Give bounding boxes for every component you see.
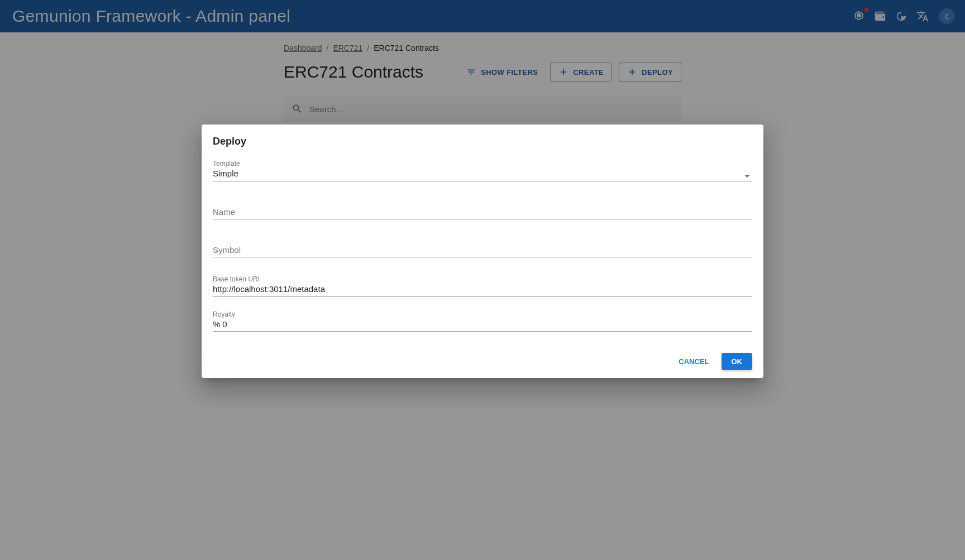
template-label: Template: [213, 160, 752, 167]
royalty-value: 0: [222, 319, 227, 329]
dialog-actions: Cancel OK: [213, 353, 752, 370]
symbol-label: Symbol: [213, 245, 752, 257]
base-uri-label: Base token URI: [213, 275, 752, 283]
base-uri-field[interactable]: Base token URI http://localhost:3011/met…: [213, 274, 752, 297]
chevron-down-icon: [744, 175, 750, 178]
template-field[interactable]: Template Simple: [213, 159, 752, 181]
deploy-dialog: Deploy Template Simple Name Symbol Base …: [202, 125, 763, 378]
royalty-field[interactable]: Royalty % 0: [213, 309, 752, 332]
base-uri-value: http://localhost:3011/metadata: [213, 284, 752, 296]
dialog-title: Deploy: [213, 136, 752, 147]
name-field[interactable]: Name: [213, 198, 752, 219]
royalty-label: Royalty: [213, 310, 752, 318]
template-value: Simple: [213, 169, 752, 181]
cancel-button[interactable]: Cancel: [671, 353, 716, 370]
name-label: Name: [213, 207, 752, 219]
symbol-field[interactable]: Symbol: [213, 236, 752, 257]
ok-button[interactable]: OK: [722, 353, 753, 370]
royalty-prefix: %: [213, 319, 220, 329]
